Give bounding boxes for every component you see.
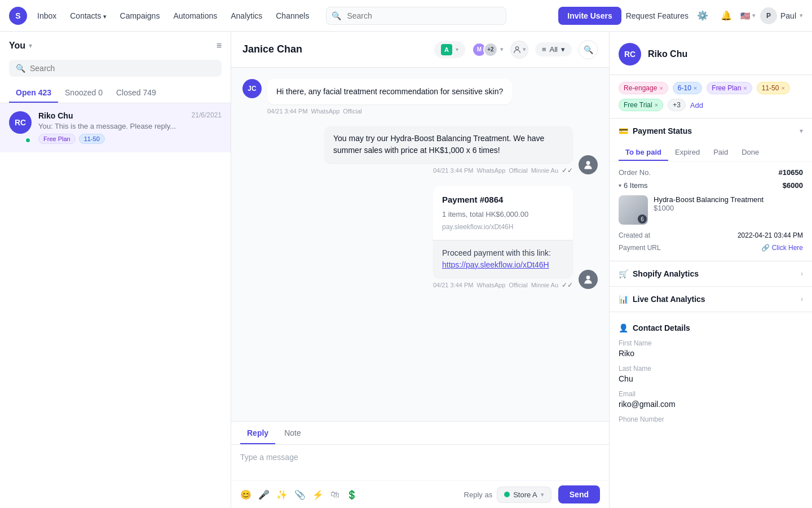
payment-status-header[interactable]: 💳 Payment Status ▾: [610, 119, 812, 143]
message-meta: 04/21 3:44 PM WhatsApp Official Minnie A…: [324, 167, 573, 174]
payment-url-link[interactable]: https://pay.sleekflow.io/xDt46H: [442, 259, 564, 271]
payment-icon[interactable]: 💲: [346, 489, 358, 500]
shopify-analytics-label: 🛒 Shopify Analytics: [619, 269, 699, 278]
filter-icon[interactable]: ≡: [217, 41, 222, 51]
tag-6-10[interactable]: 6-10 ×: [673, 82, 702, 94]
channel-selector[interactable]: A ▾: [434, 41, 465, 58]
message-channel: WhatsApp: [311, 108, 340, 115]
message-meta: 04/21 3:44 PM WhatsApp Official: [267, 108, 512, 115]
assigned-agents[interactable]: M +2 ▾: [472, 42, 504, 57]
items-count[interactable]: ▾ 6 Items: [619, 181, 648, 190]
tag-free-plan: Free Plan: [38, 134, 76, 144]
payment-tab-expired[interactable]: Expired: [668, 143, 707, 161]
catalog-icon[interactable]: 🛍: [330, 489, 339, 500]
tab-open[interactable]: Open 423: [9, 84, 58, 103]
payment-tab-done[interactable]: Done: [735, 143, 766, 161]
inbox-selector[interactable]: You ▾: [9, 41, 32, 51]
store-selector[interactable]: Store A ▾: [497, 487, 551, 503]
payment-url-link[interactable]: 🔗 Click Here: [761, 244, 803, 252]
payment-tab-to-be-paid[interactable]: To be paid: [619, 143, 668, 161]
agent-avatar: [579, 270, 598, 289]
store-name: Store A: [513, 491, 537, 499]
add-tag-button[interactable]: Add: [690, 101, 703, 110]
payment-tab-paid[interactable]: Paid: [707, 143, 735, 161]
shopify-analytics-section[interactable]: 🛒 Shopify Analytics ›: [610, 261, 812, 287]
channel-chevron-icon: ▾: [456, 46, 458, 52]
payment-message-wrap: Payment #0864 1 items, total HK$6,000.00…: [433, 186, 573, 289]
tag-more[interactable]: +3: [668, 99, 686, 111]
created-at-row: Created at 2022-04-21 03:44 PM: [619, 229, 803, 242]
chat-search-button[interactable]: 🔍: [579, 40, 598, 59]
conversation-search: 🔍: [0, 55, 231, 81]
tab-note[interactable]: Note: [277, 422, 308, 444]
nav-contacts[interactable]: Contacts: [64, 8, 112, 24]
contact-details-title: 👤 Contact Details: [619, 319, 803, 339]
agents-chevron-icon: ▾: [500, 46, 504, 53]
click-here-link[interactable]: Click Here: [772, 244, 803, 252]
tab-reply[interactable]: Reply: [240, 422, 275, 444]
chat-panel: Janice Chan A ▾ M +2 ▾ ▾ ≡ All ▾ 🔍: [231, 32, 609, 508]
assign-agent-button[interactable]: ▾: [510, 41, 528, 59]
last-name-value: Chu: [619, 374, 803, 383]
tag-11-50[interactable]: 11-50 ×: [757, 82, 790, 94]
invite-users-button[interactable]: Invite Users: [558, 7, 621, 25]
send-button[interactable]: Send: [558, 485, 600, 503]
template-icon[interactable]: ⚡: [312, 489, 324, 500]
created-at-label: Created at: [619, 231, 650, 239]
payment-url-row: Payment URL 🔗 Click Here: [619, 242, 803, 254]
conversations-panel: You ▾ ≡ 🔍 Open 423 Snoozed 0 Closed 749 …: [0, 32, 231, 508]
magic-icon[interactable]: ✨: [276, 489, 288, 500]
read-receipt-icon: ✓✓: [562, 167, 573, 174]
settings-icon-button[interactable]: ⚙️: [693, 6, 712, 25]
tag-free-trial[interactable]: Free Trial ×: [619, 99, 663, 111]
filter-icon: ≡: [542, 45, 546, 54]
first-name-value: Riko: [619, 349, 803, 358]
message-source: Official: [343, 108, 361, 115]
emoji-icon[interactable]: 😊: [240, 489, 251, 500]
product-price: $1000: [654, 204, 803, 212]
payment-items: 1 items, total HK$6,000.00: [442, 209, 564, 220]
conversation-tags: Free Plan 11-50: [38, 134, 222, 144]
request-features-link[interactable]: Request Features: [626, 11, 689, 20]
nav-inbox[interactable]: Inbox: [32, 8, 62, 24]
message-agent: Minnie Au: [531, 282, 558, 288]
order-top-row: Order No. #10650: [619, 168, 803, 177]
live-chat-analytics-section[interactable]: 📊 Live Chat Analytics ›: [610, 287, 812, 312]
tag-free-plan[interactable]: Free Plan ×: [707, 82, 752, 94]
message-meta: 04/21 3:44 PM WhatsApp Official Minnie A…: [433, 281, 573, 289]
search-input[interactable]: [326, 7, 506, 25]
nav-analytics[interactable]: Analytics: [225, 8, 268, 24]
tab-closed[interactable]: Closed 749: [109, 84, 163, 103]
items-row: ▾ 6 Items $6000: [619, 181, 803, 190]
chat-header: Janice Chan A ▾ M +2 ▾ ▾ ≡ All ▾ 🔍: [231, 32, 609, 68]
contact-name: Riko Chu: [648, 49, 687, 59]
store-chevron-icon: ▾: [541, 491, 544, 498]
read-receipt-icon: ✓✓: [562, 281, 573, 289]
conversation-item[interactable]: RC Riko Chu 21/6/2021 You: This is the a…: [0, 103, 231, 152]
message-time: 04/21 3:44 PM: [267, 108, 308, 115]
contact-header: RC Riko Chu: [610, 32, 812, 75]
audio-icon[interactable]: 🎤: [258, 489, 270, 500]
nav-channels[interactable]: Channels: [270, 8, 315, 24]
message-filter[interactable]: ≡ All ▾: [535, 42, 572, 56]
filter-chevron-icon: ▾: [561, 45, 565, 54]
tab-snoozed[interactable]: Snoozed 0: [58, 84, 109, 103]
message-channel: WhatsApp: [477, 167, 506, 174]
live-chat-analytics-label: 📊 Live Chat Analytics: [619, 295, 705, 304]
attachment-icon[interactable]: 📎: [294, 489, 306, 500]
tag-re-engage[interactable]: Re-engage ×: [619, 82, 668, 94]
nav-automations[interactable]: Automations: [167, 8, 223, 24]
svg-point-2: [586, 275, 590, 279]
payment-status-title: 💳 Payment Status: [619, 126, 692, 135]
message-bubble: Hi there, any facial treatment recommend…: [267, 79, 512, 104]
user-menu[interactable]: P Paul ▾: [760, 7, 803, 24]
payment-title: Payment #0864: [442, 194, 564, 207]
reply-tabs: Reply Note: [231, 422, 609, 445]
messages-list: JC Hi there, any facial treatment recomm…: [231, 68, 609, 421]
nav-campaigns[interactable]: Campaigns: [114, 8, 166, 24]
conversation-search-input[interactable]: [30, 64, 215, 73]
user-name-label: Paul: [780, 11, 796, 20]
language-selector[interactable]: 🇺🇸▾: [740, 11, 756, 20]
notifications-icon-button[interactable]: 🔔: [717, 6, 736, 25]
message-input[interactable]: [231, 445, 609, 479]
